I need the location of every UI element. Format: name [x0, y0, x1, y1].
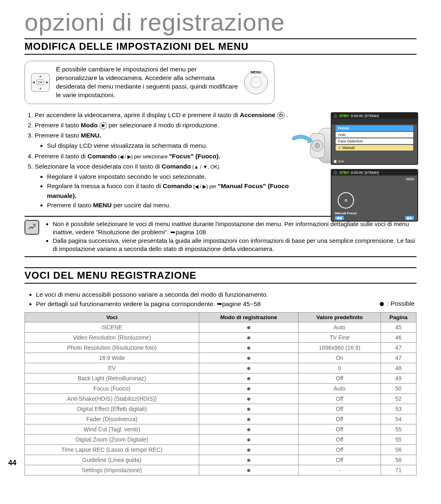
intro-text: È possibile cambiare le impostazioni del…	[56, 65, 238, 100]
table-row: Back Light (Retroilluminaz)●Off49	[25, 373, 416, 383]
table-header: Modo di registrazione	[199, 312, 298, 322]
menu-table: VociModo di registrazioneValore predefin…	[24, 312, 416, 475]
table-header: Pagina	[381, 312, 416, 322]
lcd-screen-2: 🎥STBY 0:00:00 [475Min] 9999 ⦿ Manual Foc…	[331, 169, 418, 222]
lcd-screen-1: 🎥STBY 0:00:00 [475Min] Focus Auto Face D…	[331, 112, 418, 165]
section2-heading: VOCI DEL MENU REGISTRAZIONE	[24, 267, 416, 284]
page-title: opzioni di registrazione	[24, 8, 416, 36]
table-legend: : Possible	[380, 300, 414, 307]
table-row: Anti-Shake(HDIS) (Stabilizz(HDIS))●Off52	[25, 393, 416, 404]
mode-icon: ▣	[100, 122, 107, 129]
page-number: 44	[8, 459, 16, 467]
table-row: EV●048	[25, 363, 416, 373]
section1-heading: MODIFICA DELLE IMPOSTAZIONI DEL MENU	[24, 38, 416, 55]
table-row: Video Resolution (Risoluzione)●TV Fine46	[25, 332, 416, 342]
table-row: Photo Resolution (Risoluzione foto)●1696…	[25, 342, 416, 353]
table-row: Focus (Fuoco)●Auto50	[25, 383, 416, 393]
table-row: Time Lapse REC (Lasso di tempo REC)●Off5…	[25, 444, 416, 455]
table-row: Fader (Dissolvenza)●Off54	[25, 414, 416, 424]
table-row: Settings (Impostazione)●-71	[25, 465, 416, 475]
table-row: Wind Cut (Tagl. vento)●Off55	[25, 424, 416, 434]
dpad-icon: ▲ ▼ ◀ ▶ OK	[31, 73, 50, 92]
table-row: Digital Zoom (Zoom Digitale)●Off55	[25, 434, 416, 444]
table-row: Digital Effect (Effetti digitali)●Off53	[25, 404, 416, 414]
table-row: Guideline (Linea guida)●Off58	[25, 455, 416, 465]
power-icon: ⏻	[277, 112, 285, 119]
menu-button-icon: MENU	[244, 71, 268, 94]
svg-point-5	[315, 143, 320, 148]
note-icon	[24, 220, 39, 235]
intro-box: ▲ ▼ ◀ ▶ OK È possibile cambiare le impos…	[24, 61, 274, 104]
table-header: Voci	[25, 312, 199, 322]
section2-intro: Le voci di menu accessibili possono vari…	[24, 290, 416, 309]
table-header: Valore predefinito	[298, 312, 381, 322]
table-row: iSCENE●Auto45	[25, 322, 416, 332]
table-row: 16:9 Wide●On47	[25, 353, 416, 363]
